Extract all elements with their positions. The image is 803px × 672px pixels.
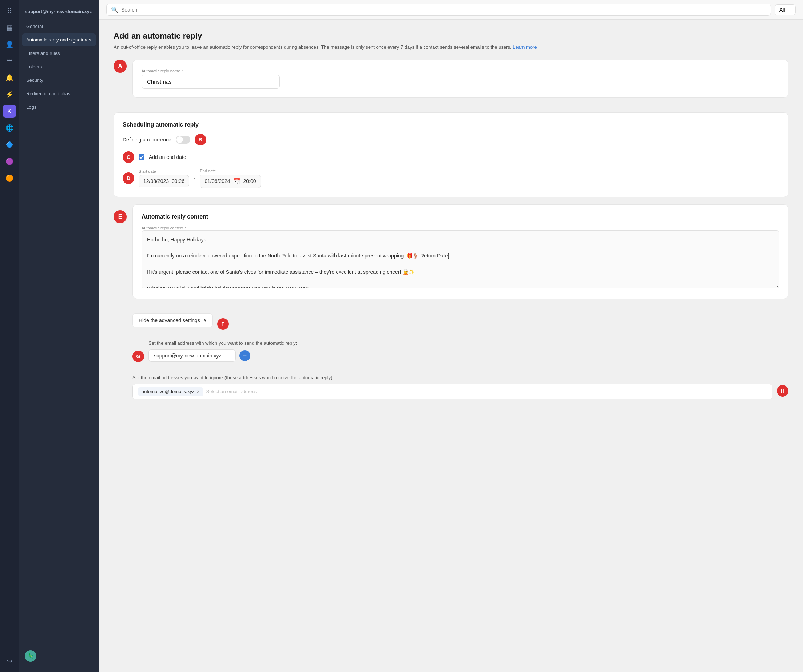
annotation-a: A [114, 60, 127, 73]
calendar-icon[interactable]: 📅 [233, 178, 241, 185]
recurrence-label: Defining a recurrence [123, 137, 171, 143]
ignore-field[interactable]: automative@domotik.xyz × Select an email… [132, 384, 772, 399]
annotation-d: D [123, 172, 134, 184]
icon-grid[interactable]: ⠿ [3, 4, 16, 18]
content-textarea[interactable]: Ho ho ho, Happy Holidays! I'm currently … [141, 230, 779, 288]
annotation-c: C [123, 151, 134, 163]
end-date-label: End date [200, 169, 260, 173]
name-input-group: Automatic reply name * [141, 69, 280, 89]
filter-select[interactable]: All [775, 4, 796, 15]
search-input[interactable] [121, 7, 766, 13]
scheduling-section: Scheduling automatic reply Defining a re… [114, 112, 788, 197]
sidebar-item-logs[interactable]: Logs [22, 101, 96, 114]
icon-files[interactable]: 🗃 [3, 55, 16, 68]
send-from-section: Set the email address with which you wan… [148, 340, 297, 369]
search-icon: 🔍 [111, 6, 118, 13]
start-time-value: 09:26 [172, 178, 184, 184]
sidebar-item-security[interactable]: Security [22, 74, 96, 86]
annotation-e: E [114, 210, 127, 223]
main-container: 🔍 All Add an automatic reply An out-of-o… [99, 0, 803, 672]
sidebar: support@my-new-domain.xyz General Automa… [19, 0, 99, 672]
from-email-select[interactable]: support@my-new-domain.xyz [148, 349, 236, 362]
date-separator: - [193, 175, 195, 182]
ignore-placeholder: Select an email address [206, 389, 257, 394]
end-date-field: End date 01/06/2024 📅 20:00 [200, 169, 260, 188]
icon-globe[interactable]: 🌐 [3, 122, 16, 135]
end-date-checkbox[interactable] [139, 154, 145, 160]
end-date-label: Add an end date [149, 154, 186, 160]
annotation-b: B [195, 134, 206, 146]
top-bar: 🔍 All [99, 0, 803, 19]
content-label: Automatic reply content * [141, 226, 779, 230]
scheduling-title: Scheduling automatic reply [123, 122, 779, 128]
advanced-toggle-label: Hide the advanced settings [139, 317, 200, 323]
start-date-input[interactable]: 12/08/2023 09:26 [139, 175, 189, 187]
chevron-up-icon: ∧ [203, 317, 206, 323]
start-date-value: 12/08/2023 [143, 178, 169, 184]
sidebar-item-redirection[interactable]: Redirection and alias [22, 87, 96, 100]
sidebar-bottom: 🦎 [19, 646, 99, 666]
ignored-email-value: automative@domotik.xyz [141, 389, 194, 394]
sidebar-account: support@my-new-domain.xyz [19, 6, 99, 20]
name-input[interactable] [141, 75, 280, 89]
content-title: Automatic reply content [141, 213, 779, 220]
start-date-label: Start date [139, 169, 189, 174]
content-area: Add an automatic reply An out-of-office … [99, 19, 803, 672]
icon-bell[interactable]: 🔔 [3, 71, 16, 84]
send-from-label: Set the email address with which you wan… [148, 340, 297, 346]
icon-activity[interactable]: ⚡ [3, 88, 16, 101]
advanced-settings-toggle[interactable]: Hide the advanced settings ∧ [132, 313, 213, 327]
sidebar-item-autoreply[interactable]: Automatic reply and signatures [22, 34, 96, 46]
start-date-field: Start date 12/08/2023 09:26 [139, 169, 189, 187]
sidebar-item-folders[interactable]: Folders [22, 60, 96, 73]
icon-blue-app[interactable]: 🔷 [3, 138, 16, 151]
page-description: An out-of-office reply enables you to le… [114, 44, 788, 51]
page-title: Add an automatic reply [114, 31, 788, 41]
email-select-wrap: support@my-new-domain.xyz + [148, 349, 297, 362]
tag-remove-icon[interactable]: × [197, 389, 199, 394]
ignored-email-tag: automative@domotik.xyz × [138, 387, 203, 396]
learn-more-link[interactable]: Learn more [513, 44, 536, 50]
icon-bar: ⠿ ▦ 👤 🗃 🔔 ⚡ K 🌐 🔷 🟣 🟠 ↪ [0, 0, 19, 672]
ignore-label: Set the email addresses you want to igno… [132, 375, 772, 380]
annotation-g: G [132, 351, 144, 362]
avatar: 🦎 [25, 650, 36, 662]
sidebar-item-filters[interactable]: Filters and rules [22, 47, 96, 60]
end-date-value: 01/06/2024 [205, 178, 230, 184]
sidebar-item-general[interactable]: General [22, 20, 96, 33]
name-label: Automatic reply name * [141, 69, 280, 73]
icon-logout[interactable]: ↪ [3, 654, 16, 668]
name-section: Automatic reply name * [132, 60, 788, 98]
add-email-button[interactable]: + [239, 350, 250, 361]
end-date-input[interactable]: 01/06/2024 📅 20:00 [200, 175, 260, 188]
search-wrap: 🔍 [106, 4, 771, 16]
recurrence-toggle[interactable] [176, 136, 190, 144]
sidebar-nav: General Automatic reply and signatures F… [19, 20, 99, 114]
icon-contacts[interactable]: 👤 [3, 38, 16, 51]
content-section: Automatic reply content Automatic reply … [132, 205, 788, 299]
end-time-value: 20:00 [244, 178, 256, 184]
icon-k-app[interactable]: K [3, 105, 16, 118]
icon-calendar[interactable]: ▦ [3, 21, 16, 34]
annotation-h: H [777, 385, 788, 397]
ignore-section: Set the email addresses you want to igno… [132, 375, 772, 399]
annotation-f: F [217, 318, 229, 330]
icon-purple-app[interactable]: 🟣 [3, 155, 16, 168]
icon-orange-app[interactable]: 🟠 [3, 172, 16, 185]
